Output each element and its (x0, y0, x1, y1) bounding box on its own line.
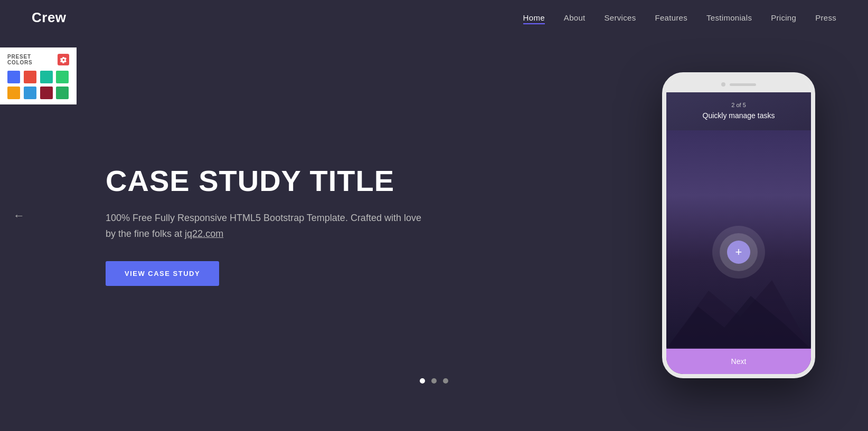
nav-features[interactable]: Features (655, 13, 687, 22)
color-grid (7, 71, 69, 99)
phone-camera (721, 82, 725, 87)
mountain-icon (666, 270, 811, 349)
hero-description: 100% Free Fully Responsive HTML5 Bootstr… (106, 210, 422, 242)
screen-counter: 2 of 5 (731, 102, 746, 108)
screen-image-area: + Next (666, 130, 811, 374)
phone-container: 2 of 5 Quickly manage tasks + (662, 72, 815, 378)
color-swatch-orange[interactable] (7, 87, 20, 99)
prev-arrow[interactable]: ← (13, 209, 25, 223)
brand-logo: Crew (32, 9, 67, 26)
nav-press[interactable]: Press (815, 13, 836, 22)
add-button[interactable]: + (727, 241, 750, 264)
nav-services[interactable]: Services (605, 13, 636, 22)
circle-mid: + (720, 233, 758, 271)
dot-1[interactable] (420, 378, 425, 384)
nav-home[interactable]: Home (523, 13, 545, 24)
color-swatch-red[interactable] (24, 71, 36, 83)
preset-header: PRESET COLORS (7, 54, 69, 65)
slider-dots (420, 378, 448, 384)
view-case-study-button[interactable]: VIEW CASE STUDY (106, 261, 219, 286)
hero-title: CASE STUDY TITLE (106, 165, 422, 197)
screen-title: Quickly manage tasks (703, 111, 775, 120)
nav-links: Home About Services Features Testimonial… (523, 13, 836, 23)
preset-label: PRESET COLORS (7, 54, 58, 65)
phone-mockup: 2 of 5 Quickly manage tasks + (662, 72, 815, 378)
color-swatch-darkgreen[interactable] (56, 87, 69, 99)
gear-button[interactable] (58, 54, 69, 65)
phone-screen: 2 of 5 Quickly manage tasks + (666, 92, 811, 374)
nav-about[interactable]: About (564, 13, 586, 22)
color-swatch-skyblue[interactable] (24, 87, 36, 99)
nav-testimonials[interactable]: Testimonials (706, 13, 752, 22)
hero-section: CASE STUDY TITLE 100% Free Fully Respons… (0, 35, 868, 415)
nav-pricing[interactable]: Pricing (771, 13, 796, 22)
color-swatch-darkred[interactable] (40, 87, 53, 99)
color-swatch-blue[interactable] (7, 71, 20, 83)
dot-2[interactable] (431, 378, 437, 384)
navbar: Crew Home About Services Features Testim… (0, 0, 868, 35)
hero-content: CASE STUDY TITLE 100% Free Fully Respons… (106, 165, 422, 286)
dot-3[interactable] (443, 378, 448, 384)
phone-notch (666, 76, 811, 92)
hero-link[interactable]: jq22.com (185, 228, 223, 239)
phone-speaker (730, 83, 756, 86)
gear-icon (60, 56, 67, 63)
color-swatch-green[interactable] (56, 71, 69, 83)
preset-colors-panel: PRESET COLORS (0, 47, 77, 104)
next-button[interactable]: Next (666, 349, 811, 374)
color-swatch-teal[interactable] (40, 71, 53, 83)
add-task-circle: + (712, 226, 765, 279)
